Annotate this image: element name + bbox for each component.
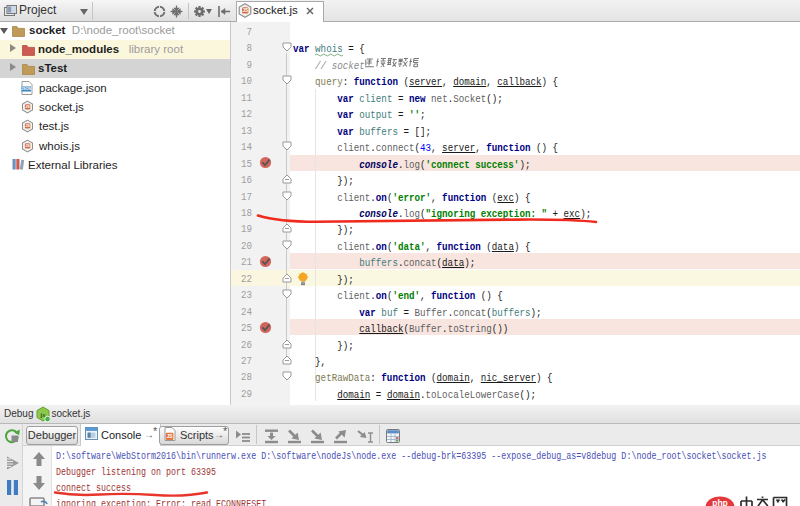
svg-text:JS: JS [242,8,248,13]
svg-text:js: js [39,412,46,418]
svg-text:php: php [712,498,728,506]
svg-text:JS: JS [25,104,30,109]
svg-text:JS: JS [25,123,30,128]
svg-text:JSON: JSON [21,87,31,91]
svg-text:JS: JS [25,143,30,148]
svg-text:JS: JS [167,434,174,439]
